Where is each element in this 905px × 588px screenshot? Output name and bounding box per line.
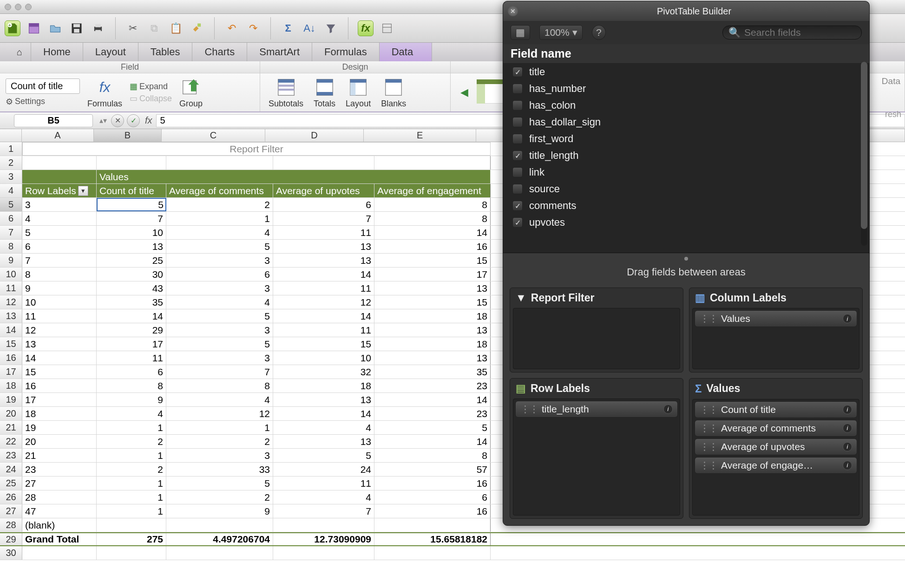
cell[interactable]: 24 (273, 463, 374, 476)
zoom-dropdown[interactable]: 100%▾ (539, 25, 583, 40)
grand-total-label[interactable]: Grand Total (22, 533, 97, 545)
cell[interactable]: 2 (166, 490, 273, 504)
row-header[interactable]: 3 (0, 170, 22, 183)
cell[interactable]: 16 (374, 477, 491, 490)
cell[interactable]: 12 (273, 295, 374, 309)
col-header-E[interactable]: E (364, 129, 477, 142)
cell[interactable] (166, 546, 273, 560)
pivot-style-thumb[interactable] (477, 79, 505, 105)
cell[interactable]: 8 (374, 212, 491, 225)
cell[interactable]: 4 (22, 212, 97, 225)
checkbox-icon[interactable] (512, 100, 523, 111)
cell[interactable]: 35 (97, 295, 166, 309)
row-header[interactable]: 1 (0, 142, 22, 156)
row-header[interactable]: 9 (0, 254, 22, 267)
cell[interactable]: 5 (374, 421, 491, 434)
fx-icon[interactable]: fx (145, 115, 152, 126)
accept-formula-icon[interactable]: ✓ (127, 114, 140, 127)
cell[interactable] (97, 546, 166, 560)
cell[interactable]: 13 (22, 337, 97, 351)
cell[interactable]: 6 (22, 240, 97, 253)
row-header[interactable]: 24 (0, 463, 22, 476)
col-header-C[interactable]: C (162, 129, 265, 142)
cell[interactable]: 14 (374, 435, 491, 448)
style-nav-left-icon[interactable]: ◀ (456, 85, 472, 100)
cell[interactable]: 23 (374, 379, 491, 392)
checkbox-icon[interactable] (512, 67, 523, 77)
pt-field-source[interactable]: source (503, 181, 869, 197)
pt-field-has_number[interactable]: has_number (503, 80, 869, 97)
tab-home-icon[interactable]: ⌂ (8, 43, 31, 61)
cell[interactable]: 13 (273, 435, 374, 448)
cell[interactable]: 1 (166, 212, 273, 225)
pt-field-has_dollar_sign[interactable]: has_dollar_sign (503, 114, 869, 131)
tab-tables[interactable]: Tables (138, 43, 193, 61)
cell[interactable]: 13 (97, 240, 166, 253)
cell[interactable]: 6 (273, 198, 374, 211)
info-icon[interactable]: i (843, 405, 852, 414)
info-icon[interactable]: i (843, 424, 852, 433)
row-header[interactable]: 18 (0, 379, 22, 392)
checkbox-icon[interactable] (512, 201, 523, 211)
copy-icon[interactable]: ⧉ (146, 20, 162, 36)
cell[interactable]: 19 (22, 421, 97, 434)
cell[interactable]: 4 (166, 393, 273, 406)
cell[interactable]: 23 (374, 407, 491, 420)
cell[interactable]: 3 (166, 351, 273, 365)
cell[interactable]: 5 (166, 240, 273, 253)
cell[interactable]: 25 (97, 254, 166, 267)
row-header[interactable]: 5 (0, 198, 22, 211)
row-header[interactable]: 12 (0, 295, 22, 309)
cell[interactable]: 16 (374, 240, 491, 253)
cell[interactable] (97, 156, 166, 170)
row-header[interactable]: 30 (0, 546, 22, 560)
cell[interactable]: 5 (22, 226, 97, 239)
info-icon[interactable]: i (843, 461, 852, 470)
cell[interactable]: 4 (166, 226, 273, 239)
cell[interactable]: 43 (97, 281, 166, 295)
cell[interactable] (374, 156, 491, 170)
cell[interactable]: 8 (374, 198, 491, 211)
pt-field-comments[interactable]: comments (503, 197, 869, 214)
field-settings-button[interactable]: ⚙︎ Settings (6, 97, 80, 107)
cell[interactable]: 7 (166, 365, 273, 379)
active-field-input[interactable] (6, 78, 80, 94)
cell[interactable]: 2 (97, 463, 166, 476)
totals-button[interactable]: Totals (311, 77, 338, 109)
new-workbook-icon[interactable]: + (5, 20, 20, 36)
cell[interactable]: 14 (97, 309, 166, 323)
cell[interactable]: 9 (97, 393, 166, 406)
cell[interactable]: 18 (374, 337, 491, 351)
row-header[interactable]: 27 (0, 504, 22, 518)
cell[interactable]: 1 (97, 490, 166, 504)
expand-button[interactable]: ▦Expand (130, 81, 172, 91)
pt-options-button[interactable]: ▦ (511, 25, 530, 40)
cell[interactable]: 5 (166, 337, 273, 351)
cell[interactable]: 8 (97, 379, 166, 392)
cell[interactable]: 13 (374, 281, 491, 295)
cell[interactable] (374, 546, 491, 560)
pt-field-has_colon[interactable]: has_colon (503, 97, 869, 114)
cell[interactable]: 15 (374, 254, 491, 267)
cancel-formula-icon[interactable]: ✕ (111, 114, 124, 127)
row-header[interactable]: 17 (0, 365, 22, 379)
tab-charts[interactable]: Charts (192, 43, 247, 61)
cell[interactable]: 2 (166, 435, 273, 448)
cell[interactable]: 10 (22, 295, 97, 309)
cell[interactable]: 13 (273, 240, 374, 253)
cell[interactable]: 57 (374, 463, 491, 476)
report-filter-cell[interactable]: Report Filter (22, 142, 491, 156)
cell[interactable]: 11 (273, 281, 374, 295)
tab-smartart[interactable]: SmartArt (247, 43, 312, 61)
row-header[interactable]: 10 (0, 268, 22, 281)
cell[interactable]: 7 (273, 212, 374, 225)
row-header[interactable]: 16 (0, 351, 22, 365)
cell[interactable]: 11 (273, 226, 374, 239)
cell[interactable]: 15 (374, 295, 491, 309)
resize-grip-icon[interactable] (684, 257, 688, 261)
row-header[interactable]: 15 (0, 337, 22, 351)
cell[interactable] (22, 170, 97, 183)
cell[interactable]: 11 (273, 477, 374, 490)
cell[interactable]: 17 (22, 393, 97, 406)
cell[interactable]: 7 (273, 504, 374, 518)
